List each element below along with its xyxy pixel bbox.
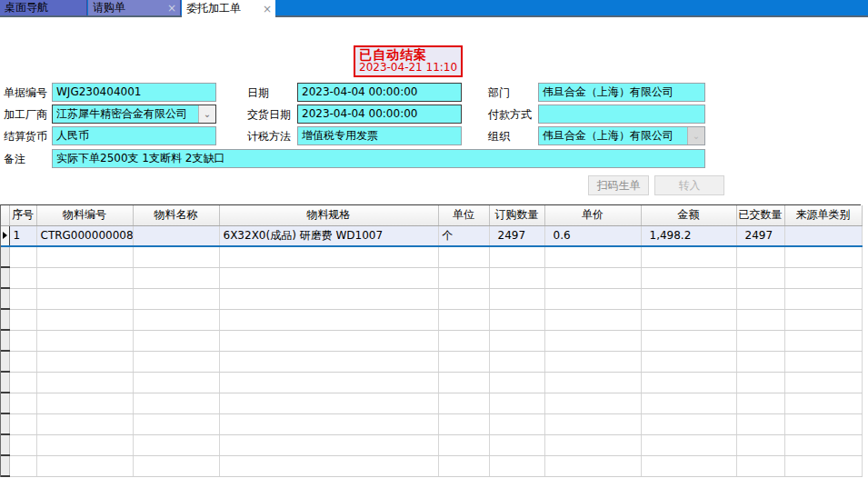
row-arrow-icon xyxy=(3,232,7,239)
department-field[interactable]: 伟旦合金（上海）有限公司 xyxy=(538,83,705,102)
empty-row xyxy=(1,351,862,372)
tab-desktop-nav[interactable]: 桌面导航 xyxy=(0,0,87,15)
row-selector xyxy=(1,330,9,351)
doc-no-label: 单据编号 xyxy=(4,84,47,102)
cell xyxy=(544,330,641,351)
cell xyxy=(36,434,133,455)
cell xyxy=(736,455,784,476)
payment-field[interactable] xyxy=(538,105,705,124)
cell xyxy=(438,455,489,476)
column-header-3[interactable]: 物料名称 xyxy=(133,205,219,225)
scan-create-button[interactable]: 扫码生单 xyxy=(588,175,649,195)
tax-method-field[interactable]: 增值税专用发票 xyxy=(297,126,462,145)
cell[interactable] xyxy=(133,225,219,246)
cell xyxy=(219,393,438,413)
cell xyxy=(36,413,133,434)
cell xyxy=(9,246,36,267)
cell xyxy=(736,372,784,393)
empty-row xyxy=(1,330,862,351)
cell xyxy=(9,393,36,413)
cell xyxy=(489,393,544,413)
cell xyxy=(736,434,784,455)
column-header-1[interactable]: 序号 xyxy=(9,205,36,225)
cell xyxy=(641,246,736,267)
chevron-down-icon[interactable]: ⌄ xyxy=(198,105,215,123)
cell[interactable] xyxy=(784,225,862,246)
stamp-status-text: 已自动结案 xyxy=(359,48,457,62)
cell xyxy=(133,434,219,455)
cell xyxy=(784,330,862,351)
cell xyxy=(544,372,641,393)
cell[interactable]: 2497 xyxy=(489,225,544,246)
cell xyxy=(544,288,641,309)
cell xyxy=(36,330,133,351)
currency-field[interactable]: 人民币 xyxy=(52,126,216,145)
cell xyxy=(544,393,641,413)
cell[interactable]: 0.6 xyxy=(544,225,641,246)
cell xyxy=(9,372,36,393)
organization-label: 组织 xyxy=(488,127,510,145)
cell[interactable]: CTRG000000008 xyxy=(36,225,133,246)
cell xyxy=(219,434,438,455)
column-header-8[interactable]: 金额 xyxy=(641,205,736,225)
current-row-marker[interactable] xyxy=(1,225,9,246)
remark-field[interactable]: 实际下单2500支 1支断料 2支缺口 xyxy=(52,149,705,168)
delivery-date-field[interactable]: 2023-04-04 00:00:00 xyxy=(297,105,462,124)
column-header-7[interactable]: 单价 xyxy=(544,205,641,225)
row-selector xyxy=(1,288,9,309)
empty-row xyxy=(1,288,862,309)
column-header-4[interactable]: 物料规格 xyxy=(219,205,438,225)
close-icon[interactable]: × xyxy=(257,4,272,15)
cell xyxy=(9,434,36,455)
cell[interactable]: 2497 xyxy=(736,225,784,246)
cell[interactable]: 个 xyxy=(438,225,489,246)
cell xyxy=(641,267,736,288)
cell xyxy=(641,372,736,393)
cell xyxy=(544,351,641,372)
cell xyxy=(784,393,862,413)
cell xyxy=(133,351,219,372)
cell xyxy=(736,393,784,413)
table-row[interactable]: 1CTRG0000000086X32X0(成品) 研磨费 WD1007个2497… xyxy=(1,225,862,246)
cell xyxy=(489,455,544,476)
column-header-5[interactable]: 单位 xyxy=(438,205,489,225)
cell xyxy=(438,288,489,309)
cell[interactable]: 1 xyxy=(9,225,36,246)
organization-combobox[interactable]: 伟旦合金（上海）有限公司 ⌄ xyxy=(538,126,705,145)
row-selector xyxy=(1,351,9,372)
transfer-button[interactable]: 转入 xyxy=(654,175,724,195)
empty-row xyxy=(1,267,862,288)
cell xyxy=(219,309,438,330)
cell xyxy=(641,434,736,455)
cell xyxy=(544,434,641,455)
cell xyxy=(641,288,736,309)
row-selector xyxy=(1,455,9,476)
processor-combobox[interactable]: 江苏犀牛精密合金有限公司 ⌄ xyxy=(52,105,216,124)
cell xyxy=(736,413,784,434)
column-header-10[interactable]: 来源单类别 xyxy=(784,205,862,225)
remark-label: 备注 xyxy=(4,150,25,168)
cell xyxy=(36,455,133,476)
doc-no-field[interactable]: WJG230404001 xyxy=(52,83,216,102)
column-header-2[interactable]: 物料编号 xyxy=(36,205,133,225)
date-field[interactable]: 2023-04-04 00:00:00 xyxy=(297,83,462,102)
cell xyxy=(736,267,784,288)
cell xyxy=(641,309,736,330)
row-selector xyxy=(1,413,9,434)
cell xyxy=(9,351,36,372)
tab-purchase-request[interactable]: 请购单 × xyxy=(88,0,181,15)
cell[interactable]: 6X32X0(成品) 研磨费 WD1007 xyxy=(219,225,438,246)
tab-commissioned-processing[interactable]: 委托加工单 × xyxy=(182,0,275,17)
row-selector xyxy=(1,434,9,455)
column-header-6[interactable]: 订购数量 xyxy=(489,205,544,225)
cell xyxy=(544,267,641,288)
tab-label: 桌面导航 xyxy=(5,0,48,15)
close-icon[interactable]: × xyxy=(162,3,176,14)
cell xyxy=(219,413,438,434)
cell[interactable]: 1,498.2 xyxy=(641,225,736,246)
column-header-9[interactable]: 已交数量 xyxy=(736,205,784,225)
row-selector-header xyxy=(1,205,9,225)
cell xyxy=(438,330,489,351)
cell xyxy=(9,288,36,309)
cell xyxy=(133,246,219,267)
